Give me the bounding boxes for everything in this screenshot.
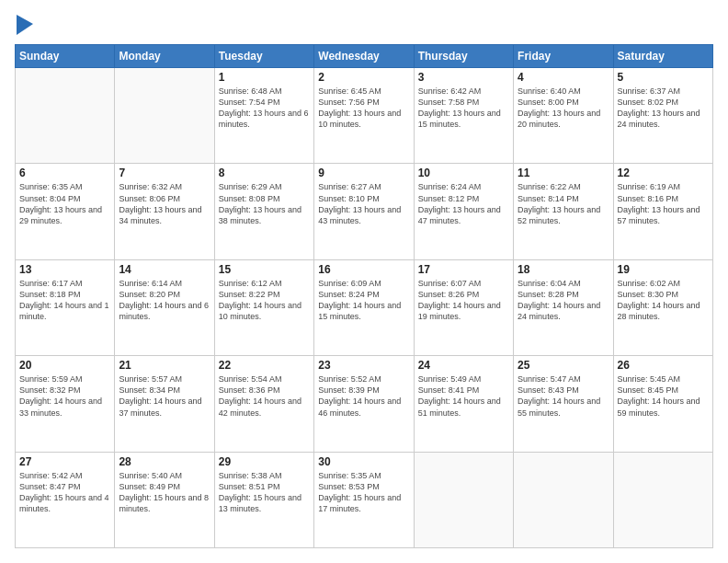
day-number: 21	[119, 359, 210, 372]
day-number: 24	[418, 359, 509, 372]
day-info: Sunrise: 6:07 AM Sunset: 8:26 PM Dayligh…	[418, 278, 509, 323]
calendar-cell	[414, 452, 513, 547]
calendar-cell: 30Sunrise: 5:35 AM Sunset: 8:53 PM Dayli…	[314, 452, 414, 547]
calendar-week-row: 6Sunrise: 6:35 AM Sunset: 8:04 PM Daylig…	[16, 164, 713, 259]
weekday-header: Sunday	[16, 45, 115, 68]
weekday-header: Saturday	[613, 45, 712, 68]
day-number: 2	[318, 71, 409, 84]
day-info: Sunrise: 6:12 AM Sunset: 8:22 PM Dayligh…	[219, 278, 310, 323]
day-number: 19	[618, 263, 709, 276]
calendar-cell: 26Sunrise: 5:45 AM Sunset: 8:45 PM Dayli…	[613, 356, 712, 452]
calendar-cell: 5Sunrise: 6:37 AM Sunset: 8:02 PM Daylig…	[613, 68, 712, 164]
day-number: 6	[19, 167, 110, 179]
calendar-cell: 27Sunrise: 5:42 AM Sunset: 8:47 PM Dayli…	[16, 452, 115, 547]
day-info: Sunrise: 6:40 AM Sunset: 8:00 PM Dayligh…	[518, 86, 609, 131]
calendar-cell: 8Sunrise: 6:29 AM Sunset: 8:08 PM Daylig…	[214, 164, 313, 259]
day-number: 20	[19, 359, 110, 372]
calendar-cell	[514, 452, 613, 547]
day-info: Sunrise: 5:54 AM Sunset: 8:36 PM Dayligh…	[219, 373, 310, 419]
calendar-cell: 15Sunrise: 6:12 AM Sunset: 8:22 PM Dayli…	[214, 259, 313, 355]
calendar-cell: 28Sunrise: 5:40 AM Sunset: 8:49 PM Dayli…	[115, 452, 214, 547]
calendar-cell: 11Sunrise: 6:22 AM Sunset: 8:14 PM Dayli…	[514, 164, 613, 259]
day-info: Sunrise: 6:35 AM Sunset: 8:04 PM Dayligh…	[19, 181, 110, 226]
day-number: 13	[19, 263, 110, 276]
weekday-header: Monday	[115, 45, 214, 68]
calendar-cell: 21Sunrise: 5:57 AM Sunset: 8:34 PM Dayli…	[115, 356, 214, 452]
day-number: 30	[318, 455, 409, 468]
calendar-cell: 29Sunrise: 5:38 AM Sunset: 8:51 PM Dayli…	[214, 452, 313, 547]
calendar-table: SundayMondayTuesdayWednesdayThursdayFrid…	[15, 44, 713, 548]
day-info: Sunrise: 6:29 AM Sunset: 8:08 PM Dayligh…	[219, 181, 310, 226]
day-info: Sunrise: 5:49 AM Sunset: 8:41 PM Dayligh…	[418, 373, 509, 419]
calendar-cell: 23Sunrise: 5:52 AM Sunset: 8:39 PM Dayli…	[314, 356, 414, 452]
day-info: Sunrise: 5:38 AM Sunset: 8:51 PM Dayligh…	[219, 470, 310, 515]
calendar-cell: 22Sunrise: 5:54 AM Sunset: 8:36 PM Dayli…	[214, 356, 313, 452]
calendar-cell: 24Sunrise: 5:49 AM Sunset: 8:41 PM Dayli…	[414, 356, 513, 452]
weekday-header: Tuesday	[214, 45, 313, 68]
logo	[15, 15, 39, 35]
day-info: Sunrise: 6:02 AM Sunset: 8:30 PM Dayligh…	[618, 278, 709, 323]
calendar-cell: 12Sunrise: 6:19 AM Sunset: 8:16 PM Dayli…	[613, 164, 712, 259]
calendar-cell: 9Sunrise: 6:27 AM Sunset: 8:10 PM Daylig…	[314, 164, 414, 259]
day-number: 27	[19, 455, 110, 468]
day-info: Sunrise: 6:42 AM Sunset: 7:58 PM Dayligh…	[418, 86, 509, 131]
day-info: Sunrise: 5:47 AM Sunset: 8:43 PM Dayligh…	[518, 373, 609, 419]
calendar-cell: 16Sunrise: 6:09 AM Sunset: 8:24 PM Dayli…	[314, 259, 414, 355]
day-info: Sunrise: 5:40 AM Sunset: 8:49 PM Dayligh…	[119, 470, 210, 515]
calendar-cell: 20Sunrise: 5:59 AM Sunset: 8:32 PM Dayli…	[16, 356, 115, 452]
day-number: 22	[219, 359, 310, 372]
weekday-header: Friday	[514, 45, 613, 68]
calendar-cell	[16, 68, 115, 164]
day-info: Sunrise: 6:24 AM Sunset: 8:12 PM Dayligh…	[418, 181, 509, 226]
day-number: 15	[219, 263, 310, 276]
day-number: 17	[418, 263, 509, 276]
day-number: 9	[318, 167, 409, 179]
page: SundayMondayTuesdayWednesdayThursdayFrid…	[0, 0, 728, 563]
day-info: Sunrise: 6:27 AM Sunset: 8:10 PM Dayligh…	[318, 181, 409, 226]
day-number: 29	[219, 455, 310, 468]
calendar-cell: 2Sunrise: 6:45 AM Sunset: 7:56 PM Daylig…	[314, 68, 414, 164]
day-info: Sunrise: 5:45 AM Sunset: 8:45 PM Dayligh…	[618, 373, 709, 419]
day-info: Sunrise: 6:37 AM Sunset: 8:02 PM Dayligh…	[618, 86, 709, 131]
day-info: Sunrise: 6:14 AM Sunset: 8:20 PM Dayligh…	[119, 278, 210, 323]
calendar-week-row: 1Sunrise: 6:48 AM Sunset: 7:54 PM Daylig…	[16, 68, 713, 164]
calendar-week-row: 13Sunrise: 6:17 AM Sunset: 8:18 PM Dayli…	[16, 259, 713, 355]
day-number: 3	[418, 71, 509, 84]
calendar-cell: 17Sunrise: 6:07 AM Sunset: 8:26 PM Dayli…	[414, 259, 513, 355]
header	[15, 15, 713, 35]
day-number: 10	[418, 167, 509, 179]
day-info: Sunrise: 6:09 AM Sunset: 8:24 PM Dayligh…	[318, 278, 409, 323]
day-info: Sunrise: 5:59 AM Sunset: 8:32 PM Dayligh…	[19, 373, 110, 419]
calendar-week-row: 27Sunrise: 5:42 AM Sunset: 8:47 PM Dayli…	[16, 452, 713, 547]
day-info: Sunrise: 5:42 AM Sunset: 8:47 PM Dayligh…	[19, 470, 110, 515]
day-info: Sunrise: 5:52 AM Sunset: 8:39 PM Dayligh…	[318, 373, 409, 419]
day-number: 11	[518, 167, 609, 179]
calendar-cell: 10Sunrise: 6:24 AM Sunset: 8:12 PM Dayli…	[414, 164, 513, 259]
day-number: 7	[119, 167, 210, 179]
calendar-cell: 7Sunrise: 6:32 AM Sunset: 8:06 PM Daylig…	[115, 164, 214, 259]
day-info: Sunrise: 6:45 AM Sunset: 7:56 PM Dayligh…	[318, 86, 409, 131]
calendar-cell: 25Sunrise: 5:47 AM Sunset: 8:43 PM Dayli…	[514, 356, 613, 452]
calendar-cell: 13Sunrise: 6:17 AM Sunset: 8:18 PM Dayli…	[16, 259, 115, 355]
calendar-cell: 1Sunrise: 6:48 AM Sunset: 7:54 PM Daylig…	[214, 68, 313, 164]
day-info: Sunrise: 6:19 AM Sunset: 8:16 PM Dayligh…	[618, 181, 709, 226]
calendar-cell: 4Sunrise: 6:40 AM Sunset: 8:00 PM Daylig…	[514, 68, 613, 164]
weekday-header: Wednesday	[314, 45, 414, 68]
day-number: 25	[518, 359, 609, 372]
calendar-week-row: 20Sunrise: 5:59 AM Sunset: 8:32 PM Dayli…	[16, 356, 713, 452]
day-info: Sunrise: 6:48 AM Sunset: 7:54 PM Dayligh…	[219, 86, 310, 131]
day-info: Sunrise: 6:22 AM Sunset: 8:14 PM Dayligh…	[518, 181, 609, 226]
logo-icon	[17, 15, 33, 35]
day-number: 14	[119, 263, 210, 276]
calendar-cell	[115, 68, 214, 164]
day-number: 12	[618, 167, 709, 179]
day-number: 16	[318, 263, 409, 276]
calendar-cell: 19Sunrise: 6:02 AM Sunset: 8:30 PM Dayli…	[613, 259, 712, 355]
calendar-cell: 14Sunrise: 6:14 AM Sunset: 8:20 PM Dayli…	[115, 259, 214, 355]
day-number: 5	[618, 71, 709, 84]
day-number: 26	[618, 359, 709, 372]
day-number: 18	[518, 263, 609, 276]
calendar-cell: 3Sunrise: 6:42 AM Sunset: 7:58 PM Daylig…	[414, 68, 513, 164]
day-number: 28	[119, 455, 210, 468]
calendar-cell: 6Sunrise: 6:35 AM Sunset: 8:04 PM Daylig…	[16, 164, 115, 259]
